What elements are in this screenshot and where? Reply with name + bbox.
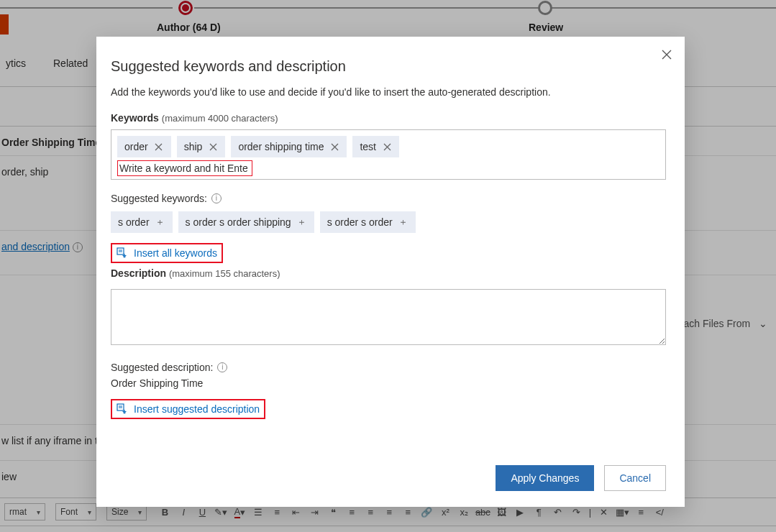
description-label: Description (maximum 155 characters) (111, 267, 666, 279)
chip-text: ship (184, 141, 203, 152)
info-icon[interactable]: i (211, 193, 222, 203)
suggested-keywords-text: Suggested keywords: (111, 193, 207, 204)
close-icon (155, 143, 163, 151)
remove-chip-button[interactable] (329, 142, 339, 152)
suggested-description-text: Order Shipping Time (111, 377, 666, 389)
description-label-text: Description (111, 267, 166, 279)
close-button[interactable] (660, 48, 673, 61)
dialog-title: Suggested keywords and description (111, 58, 666, 75)
add-chip-button[interactable]: ＋ (398, 217, 408, 227)
chip-text: s order s order (327, 216, 393, 228)
info-icon[interactable]: i (217, 362, 227, 372)
insert-suggested-description-text: Insert suggested description (134, 403, 260, 415)
suggested-keywords-label: Suggested keywords: i (111, 193, 666, 204)
remove-chip-button[interactable] (154, 142, 164, 152)
add-chip-button[interactable]: ＋ (155, 217, 165, 227)
keyword-input[interactable] (119, 162, 247, 174)
description-textarea[interactable] (111, 289, 666, 345)
keywords-label-text: Keywords (111, 112, 159, 124)
chip-text: order (124, 141, 148, 152)
keywords-hint: (maximum 4000 characters) (162, 113, 278, 124)
remove-chip-button[interactable] (208, 142, 218, 152)
insert-icon (117, 403, 128, 415)
keywords-input-box[interactable]: order ship order shipping time test (111, 129, 666, 180)
keyword-chip: order (117, 136, 171, 157)
keyword-chip: ship (177, 136, 226, 157)
keyword-input-highlight (117, 160, 252, 176)
chip-text: s order (118, 216, 150, 228)
cancel-button[interactable]: Cancel (604, 465, 666, 491)
suggested-keywords-dialog: Suggested keywords and description Add t… (96, 37, 685, 507)
keywords-label: Keywords (maximum 4000 characters) (111, 112, 666, 124)
dialog-footer: Apply Changes Cancel (111, 465, 666, 491)
suggested-chip: s order s order shipping ＋ (178, 211, 314, 233)
apply-changes-button[interactable]: Apply Changes (496, 465, 594, 491)
chip-text: order shipping time (238, 141, 324, 152)
insert-all-keywords-button[interactable]: Insert all keywords (111, 243, 223, 263)
insert-all-keywords-text: Insert all keywords (134, 247, 217, 259)
insert-suggested-description-button[interactable]: Insert suggested description (111, 399, 265, 419)
remove-chip-button[interactable] (382, 142, 392, 152)
close-icon (662, 50, 672, 60)
suggested-description-label-text: Suggested description: (111, 362, 213, 373)
keyword-chip: order shipping time (231, 136, 347, 157)
chip-text: s order s order shipping (186, 216, 291, 228)
suggested-chip: s order ＋ (111, 211, 173, 233)
insert-icon (117, 247, 128, 259)
dialog-subtitle: Add the keywords you'd like to use and d… (111, 86, 666, 98)
keyword-chips-row: order ship order shipping time test (117, 136, 659, 157)
keyword-chip: test (352, 136, 399, 157)
chip-text: test (360, 141, 376, 152)
suggested-keywords-row: s order ＋ s order s order shipping ＋ s o… (111, 211, 666, 233)
add-chip-button[interactable]: ＋ (297, 217, 307, 227)
close-icon (331, 143, 339, 151)
close-icon (383, 143, 391, 151)
close-icon (209, 143, 217, 151)
suggested-chip: s order s order ＋ (320, 211, 416, 233)
suggested-description-label: Suggested description: i (111, 362, 666, 373)
description-hint: (maximum 155 characters) (169, 268, 280, 279)
